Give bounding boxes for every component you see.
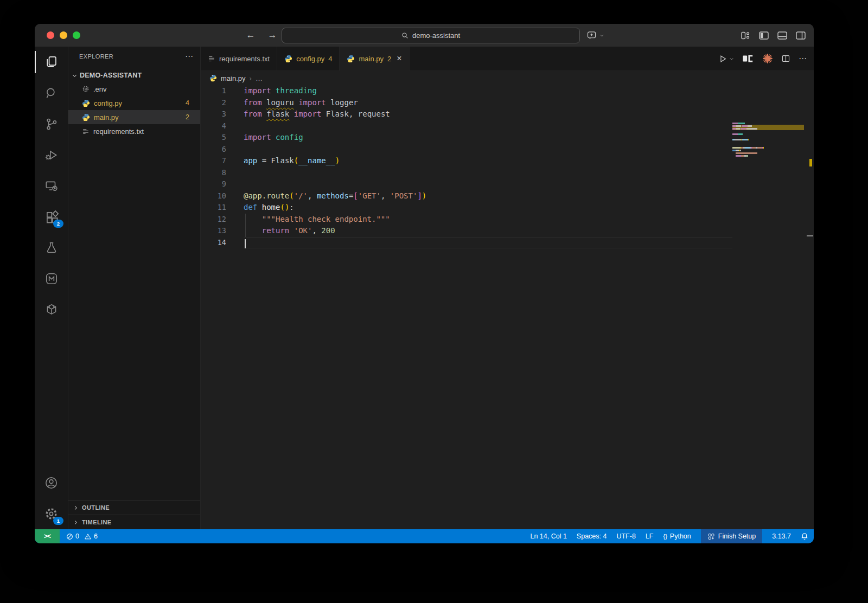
tab-requirements[interactable]: requirements.txt — [201, 47, 277, 70]
activity-accounts[interactable] — [35, 467, 68, 498]
file-row-requirements[interactable]: requirements.txt — [68, 124, 200, 138]
error-icon — [66, 533, 73, 540]
beaker-icon — [44, 241, 59, 255]
files-icon — [44, 55, 59, 69]
folder-demo-assistant[interactable]: DEMO-ASSISTANT — [68, 69, 200, 82]
chevron-down-icon[interactable] — [599, 33, 604, 38]
activity-settings[interactable]: 1 — [35, 498, 68, 529]
indentation[interactable]: Spaces: 4 — [577, 533, 607, 540]
settings-badge: 1 — [53, 517, 63, 525]
folder-name: DEMO-ASSISTANT — [80, 72, 142, 79]
extension-grid-icon — [707, 533, 715, 540]
search-icon — [44, 86, 59, 100]
opencode-icon[interactable] — [742, 54, 754, 63]
cursor-position[interactable]: Ln 14, Col 1 — [530, 533, 566, 540]
code-line[interactable]: 7app = Flask(__name__) — [201, 155, 814, 167]
code-line[interactable]: 4 — [201, 120, 814, 132]
tab-config[interactable]: config.py 4 — [277, 47, 340, 70]
timeline-section[interactable]: TIMELINE — [68, 515, 200, 529]
chevron-down-icon[interactable] — [729, 56, 734, 61]
activity-explorer[interactable] — [35, 47, 68, 78]
code-line[interactable]: 1import threading — [201, 85, 814, 97]
code-line[interactable]: 8 — [201, 167, 814, 179]
python-icon — [82, 113, 90, 121]
language-mode[interactable]: {} Python — [663, 533, 691, 540]
code-line[interactable]: 12 """Health check endpoint.""" — [201, 214, 814, 226]
overview-ruler-cursor-mark — [807, 235, 813, 236]
explorer-more-actions-icon[interactable]: ⋯ — [185, 52, 194, 61]
text-cursor — [245, 239, 246, 248]
file-name: main.py — [94, 113, 200, 121]
python-icon — [209, 74, 217, 82]
python-version[interactable]: 3.13.7 — [772, 533, 791, 540]
warning-count: 6 — [94, 533, 98, 540]
line-number: 1 — [201, 85, 226, 97]
code-line[interactable]: 9 — [201, 178, 814, 190]
command-center-search[interactable]: demo-assistant — [282, 28, 580, 43]
code-line[interactable]: 5import config — [201, 132, 814, 144]
code-editor[interactable]: 1import threading2from loguru import log… — [201, 85, 814, 529]
close-window-button[interactable] — [47, 31, 54, 39]
activity-bar: 2 1 — [35, 47, 68, 529]
close-tab-icon[interactable]: × — [397, 54, 401, 63]
tab-label: config.py — [296, 55, 324, 63]
forward-arrow-icon[interactable]: → — [267, 30, 278, 41]
outline-section[interactable]: OUTLINE — [68, 500, 200, 515]
code-line[interactable]: 6 — [201, 144, 814, 156]
file-row-config[interactable]: config.py 4 — [68, 96, 200, 110]
minimize-window-button[interactable] — [60, 31, 67, 39]
activity-search[interactable] — [35, 78, 68, 108]
activity-containers[interactable] — [35, 294, 68, 325]
copilot-icon[interactable] — [587, 31, 597, 40]
breadcrumb[interactable]: main.py › … — [201, 71, 814, 85]
code-line[interactable]: 3from flask import Flask, request — [201, 108, 814, 120]
remote-indicator[interactable]: >< — [35, 529, 60, 543]
code-lines: 1import threading2from loguru import log… — [201, 85, 814, 248]
code-line[interactable]: 14 — [201, 237, 814, 249]
code-line[interactable]: 10@app.route('/', methods=['GET', 'POST'… — [201, 190, 814, 202]
activity-testing[interactable] — [35, 232, 68, 263]
bell-icon[interactable] — [801, 533, 808, 540]
tab-label: requirements.txt — [219, 55, 270, 63]
vscode-window: ← → demo-assistant — [35, 24, 814, 543]
python-icon — [284, 55, 292, 63]
toggle-secondary-sidebar-icon[interactable] — [796, 31, 806, 40]
zoom-window-button[interactable] — [73, 31, 80, 39]
code-line[interactable]: 11def home(): — [201, 202, 814, 214]
more-actions-icon[interactable]: ⋯ — [799, 54, 807, 63]
chevron-right-icon — [73, 505, 79, 511]
file-row-env[interactable]: .env — [68, 82, 200, 96]
run-debug-icon — [44, 148, 59, 162]
finish-setup-button[interactable]: Finish Setup — [701, 529, 762, 543]
back-arrow-icon[interactable]: ← — [245, 30, 256, 41]
activity-run-debug[interactable] — [35, 139, 68, 170]
code-line[interactable]: 13 return 'OK', 200 — [201, 225, 814, 237]
activity-extensions[interactable]: 2 — [35, 201, 68, 232]
split-editor-icon[interactable] — [781, 54, 790, 63]
toggle-panel-icon[interactable] — [777, 31, 787, 40]
activity-remote-explorer[interactable] — [35, 170, 68, 201]
minimap[interactable] — [732, 122, 804, 160]
tab-main[interactable]: main.py 2 × — [340, 47, 409, 71]
line-number: 4 — [201, 120, 226, 132]
breadcrumb-more[interactable]: … — [256, 74, 263, 82]
claude-code-icon[interactable] — [762, 53, 773, 64]
line-number: 12 — [201, 214, 226, 226]
activity-source-control[interactable] — [35, 108, 68, 139]
eol-sequence[interactable]: LF — [646, 533, 654, 540]
breadcrumb-file[interactable]: main.py — [221, 74, 246, 82]
file-name: config.py — [94, 99, 200, 107]
encoding[interactable]: UTF-8 — [616, 533, 635, 540]
breadcrumb-separator: › — [250, 74, 252, 82]
customize-layout-icon[interactable] — [741, 31, 750, 40]
activity-m-extension[interactable] — [35, 263, 68, 294]
code-line[interactable]: 2from loguru import logger — [201, 97, 814, 109]
problems-status[interactable]: 0 6 — [66, 533, 98, 540]
source-control-icon — [44, 117, 59, 131]
python-icon — [82, 99, 90, 107]
file-name: requirements.txt — [93, 127, 200, 136]
m-logo-icon — [44, 272, 59, 286]
file-row-main[interactable]: main.py 2 — [68, 110, 200, 124]
run-python-file-icon[interactable] — [718, 54, 727, 63]
toggle-primary-sidebar-icon[interactable] — [759, 31, 769, 40]
